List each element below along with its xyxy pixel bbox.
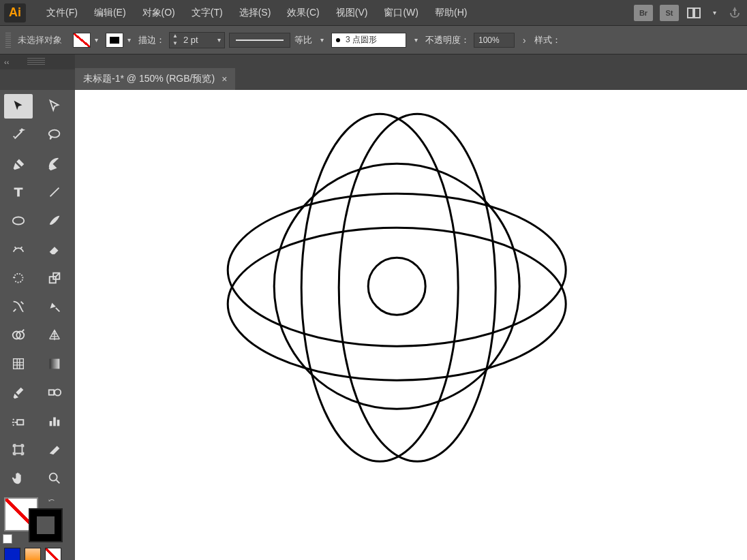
fill-swatch[interactable]: [73, 33, 91, 48]
column-graph-tool[interactable]: [40, 409, 69, 433]
stroke-weight-down[interactable]: ▼: [170, 40, 181, 48]
stroke-dropdown[interactable]: ▾: [123, 33, 134, 48]
stroke-profile-preview[interactable]: [229, 33, 290, 48]
menu-type[interactable]: 文字(T): [183, 3, 231, 23]
profile-dropdown[interactable]: ▾: [316, 33, 327, 48]
symbol-sprayer-tool[interactable]: [4, 409, 33, 433]
color-mode-gradient[interactable]: [25, 548, 41, 560]
color-mode-solid[interactable]: [4, 548, 20, 560]
stroke-swatch[interactable]: [106, 33, 123, 48]
scale-tool[interactable]: [40, 266, 69, 290]
svg-point-17: [301, 114, 458, 461]
panel-collapse-strip[interactable]: ‹‹: [0, 55, 75, 69]
direct-selection-tool[interactable]: [40, 94, 69, 119]
stroke-weight-value[interactable]: 2 pt: [181, 35, 213, 45]
brush-dropdown[interactable]: ▾: [410, 33, 421, 48]
control-bar: 未选择对象 ▾ ▾ 描边： ▲ ▼ 2 pt ▾ 等比 ▾ 3 点圆形 ▾ 不透…: [0, 26, 747, 55]
svg-rect-1: [695, 8, 700, 18]
svg-rect-8: [50, 359, 60, 369]
swap-fill-stroke-icon[interactable]: ⤺: [48, 496, 55, 505]
eyedropper-tool[interactable]: [4, 380, 33, 405]
opacity-input[interactable]: 100%: [474, 33, 515, 48]
type-tool[interactable]: [4, 180, 33, 204]
menu-object[interactable]: 对象(O): [134, 3, 183, 23]
svg-rect-7: [14, 359, 24, 369]
rotate-tool[interactable]: [4, 266, 33, 290]
fill-dropdown[interactable]: ▾: [91, 33, 102, 48]
opacity-more[interactable]: ›: [519, 35, 530, 46]
zoom-tool[interactable]: [40, 466, 69, 491]
arrange-documents-icon[interactable]: [686, 5, 702, 21]
tool-grid: [4, 94, 71, 491]
style-label[interactable]: 样式：: [534, 34, 561, 46]
arrange-dropdown[interactable]: ▾: [709, 5, 720, 20]
menu-view[interactable]: 视图(V): [328, 3, 376, 23]
stroke-label[interactable]: 描边：: [138, 34, 165, 46]
slice-tool[interactable]: [40, 437, 69, 462]
mesh-tool[interactable]: [4, 352, 33, 376]
document-tab[interactable]: 未标题-1* @ 150% (RGB/预览) ×: [75, 68, 235, 90]
svg-rect-12: [50, 421, 52, 426]
paintbrush-tool[interactable]: [40, 208, 69, 233]
gradient-tool[interactable]: [40, 352, 69, 376]
svg-point-10: [55, 389, 61, 395]
brush-definition[interactable]: 3 点圆形: [331, 33, 406, 48]
panel-grip[interactable]: [27, 58, 45, 65]
tab-close-icon[interactable]: ×: [222, 74, 227, 84]
line-tool[interactable]: [40, 180, 69, 204]
svg-point-22: [368, 258, 425, 315]
app-logo: Ai: [4, 3, 26, 22]
perspective-grid-tool[interactable]: [40, 323, 69, 347]
hand-tool[interactable]: [4, 466, 33, 491]
pen-tool[interactable]: [4, 151, 33, 176]
document-tabbar: 未标题-1* @ 150% (RGB/预览) ×: [75, 68, 747, 90]
menu-edit[interactable]: 编辑(E): [86, 3, 134, 23]
stroke-weight-dropdown[interactable]: ▾: [213, 33, 224, 48]
blend-tool[interactable]: [40, 380, 69, 405]
menu-help[interactable]: 帮助(H): [427, 3, 475, 23]
stroke-indicator[interactable]: [29, 508, 63, 542]
width-tool[interactable]: [4, 294, 33, 319]
opacity-label[interactable]: 不透明度：: [425, 34, 470, 46]
shaper-tool[interactable]: [4, 237, 33, 262]
svg-point-2: [13, 217, 25, 225]
magic-wand-tool[interactable]: [4, 123, 33, 147]
artboard-tool[interactable]: [4, 437, 33, 462]
shape-builder-tool[interactable]: [4, 323, 33, 347]
menu-window[interactable]: 窗口(W): [376, 3, 427, 23]
ellipse-tool[interactable]: [4, 208, 33, 233]
brush-label: 3 点圆形: [346, 34, 377, 46]
stroke-weight-up[interactable]: ▲: [170, 33, 181, 40]
color-mode-none[interactable]: [45, 548, 61, 560]
menubar: Ai 文件(F) 编辑(E) 对象(O) 文字(T) 选择(S) 效果(C) 视…: [0, 0, 747, 26]
stock-button[interactable]: St: [660, 5, 679, 21]
svg-point-16: [50, 473, 57, 481]
menu-select[interactable]: 选择(S): [231, 3, 279, 23]
canvas[interactable]: [75, 90, 747, 560]
selection-status: 未选择对象: [18, 34, 62, 46]
sync-icon[interactable]: [727, 5, 743, 21]
default-fill-stroke-icon[interactable]: [3, 534, 12, 544]
svg-rect-9: [49, 390, 54, 394]
tab-title: 未标题-1* @ 150% (RGB/预览): [83, 73, 215, 85]
artwork: [219, 104, 574, 485]
control-grip: [5, 33, 11, 48]
profile-label: 等比: [294, 34, 312, 46]
menu-file[interactable]: 文件(F): [38, 3, 86, 23]
eraser-tool[interactable]: [40, 237, 69, 262]
svg-point-19: [228, 193, 566, 346]
lasso-tool[interactable]: [40, 123, 69, 147]
menu-effect[interactable]: 效果(C): [279, 3, 327, 23]
svg-rect-11: [17, 420, 23, 424]
fill-stroke-indicator[interactable]: ⤺: [4, 497, 63, 542]
brush-dot-icon: [336, 38, 340, 42]
svg-rect-14: [57, 420, 60, 426]
selection-tool[interactable]: [4, 94, 33, 119]
svg-rect-13: [53, 418, 56, 426]
bridge-button[interactable]: Br: [634, 5, 653, 21]
free-transform-tool[interactable]: [40, 294, 69, 319]
curvature-tool[interactable]: [40, 151, 69, 176]
svg-rect-0: [688, 8, 693, 18]
stroke-weight-stepper[interactable]: ▲ ▼ 2 pt ▾: [169, 32, 225, 48]
toolbar: ⤺: [0, 90, 75, 560]
